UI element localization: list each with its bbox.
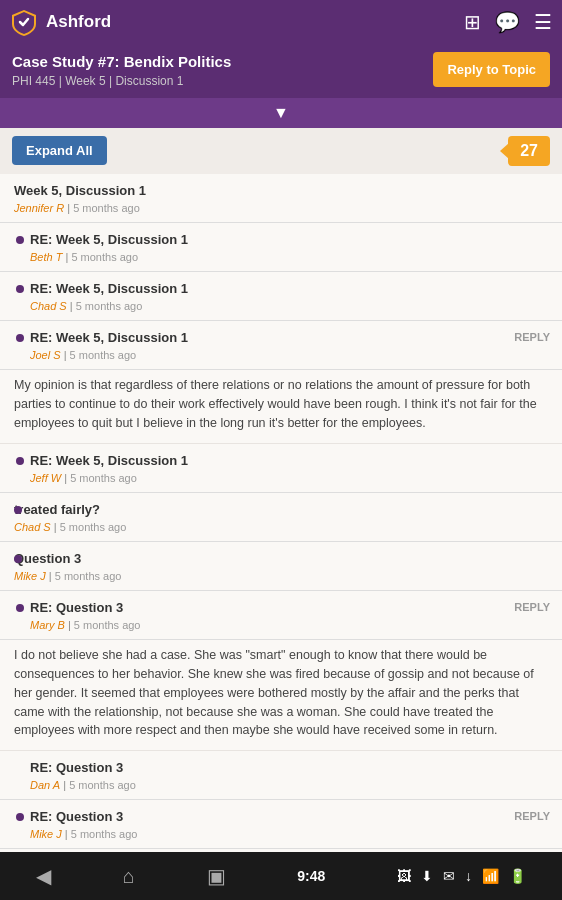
unread-dot [16,604,24,612]
bottom-status-icons: 🖼 ⬇ ✉ ↓ 📶 🔋 [397,868,526,884]
thread-item-inner: REPLYRE: Question 3Mike J | 5 months ago [0,800,562,848]
wifi-icon: 📶 [482,868,499,884]
thread-item-inner: treated fairly?Chad S | 5 months ago [0,493,562,541]
thread-time: 5 months ago [71,828,138,840]
thread-time: 5 months ago [76,300,143,312]
thread-meta: Mike J | 5 months ago [30,828,550,840]
unread-dot [14,506,22,514]
unread-dot [16,813,24,821]
thread-item-inner: RE: Week 5, Discussion 1Beth T | 5 month… [0,223,562,271]
thread-title: RE: Week 5, Discussion 1 [30,231,550,249]
thread-meta: Mike J | 5 months ago [14,570,550,582]
bottom-bar: ◀ ⌂ ▣ 9:48 🖼 ⬇ ✉ ↓ 📶 🔋 [0,852,562,900]
chat-icon[interactable]: 💬 [495,10,520,34]
page-header: Case Study #7: Bendix Politics PHI 445 |… [0,44,562,98]
download-icon: ⬇ [421,868,433,884]
thread-time: 5 months ago [55,570,122,582]
reply-link[interactable]: REPLY [514,601,550,613]
thread-author: Jeff W [30,472,61,484]
list-item[interactable]: Question 3Mike J | 5 months ago [0,542,562,591]
thread-meta: Mary B | 5 months ago [30,619,550,631]
thread-item-inner: RE: Week 5, Discussion 1Jeff W | 5 month… [0,444,562,492]
thread-meta: Chad S | 5 months ago [14,521,550,533]
comment-count-badge: 27 [508,136,550,166]
collapse-arrow-icon: ▼ [273,104,289,122]
thread-author: Mary B [30,619,65,631]
unread-dot [16,285,24,293]
thread-author: Jennifer R [14,202,64,214]
thread-title: RE: Week 5, Discussion 1 [30,329,550,347]
top-bar: Ashford ⊞ 💬 ☰ [0,0,562,44]
menu-icon[interactable]: ☰ [534,10,552,34]
thread-body: My opinion is that regardless of there r… [0,370,562,443]
thread-title: RE: Week 5, Discussion 1 [30,280,550,298]
toolbar: Expand All 27 [0,128,562,174]
page-subtitle: PHI 445 | Week 5 | Discussion 1 [12,74,423,88]
discussion-list: Week 5, Discussion 1Jennifer R | 5 month… [0,174,562,901]
thread-author: Dan A [30,779,60,791]
reply-link[interactable]: REPLY [514,331,550,343]
thread-time: 5 months ago [70,349,137,361]
thread-title: Question 3 [14,550,550,568]
collapse-bar[interactable]: ▼ [0,98,562,128]
thread-title: treated fairly? [14,501,550,519]
thread-item-inner: Week 5, Discussion 1Jennifer R | 5 month… [0,174,562,222]
thread-item-inner: REPLYRE: Week 5, Discussion 1Joel S | 5 … [0,321,562,369]
email-icon: ✉ [443,868,455,884]
thread-meta: Dan A | 5 months ago [30,779,550,791]
list-item[interactable]: RE: Question 3Dan A | 5 months ago [0,751,562,800]
list-item[interactable]: RE: Week 5, Discussion 1Chad S | 5 month… [0,272,562,321]
thread-time: 5 months ago [71,251,138,263]
thread-meta: Chad S | 5 months ago [30,300,550,312]
clock: 9:48 [297,868,325,884]
battery-icon: 🔋 [509,868,526,884]
thread-item-inner: RE: Week 5, Discussion 1Chad S | 5 month… [0,272,562,320]
comment-count: 27 [520,142,538,159]
thread-title: RE: Question 3 [30,599,550,617]
thread-author: Chad S [30,300,67,312]
thread-body: I do not believe she had a case. She was… [0,640,562,751]
back-icon[interactable]: ◀ [36,864,51,888]
thread-meta: Joel S | 5 months ago [30,349,550,361]
unread-dot [16,236,24,244]
thread-meta: Jeff W | 5 months ago [30,472,550,484]
reply-to-topic-button[interactable]: Reply to Topic [433,52,550,87]
thread-time: 5 months ago [73,202,140,214]
list-item[interactable]: RE: Week 5, Discussion 1Beth T | 5 month… [0,223,562,272]
thread-author: Chad S [14,521,51,533]
thread-title: Week 5, Discussion 1 [14,182,550,200]
unread-dot [16,457,24,465]
shield-icon [10,8,38,36]
list-item[interactable]: REPLYRE: Question 3Mike J | 5 months ago [0,800,562,849]
thread-author: Joel S [30,349,61,361]
thread-item-inner: RE: Question 3Dan A | 5 months ago [0,751,562,799]
thread-time: 5 months ago [74,619,141,631]
thread-title: RE: Question 3 [30,808,550,826]
page-header-info: Case Study #7: Bendix Politics PHI 445 |… [12,52,423,88]
grid-icon[interactable]: ⊞ [464,10,481,34]
thread-meta: Jennifer R | 5 months ago [14,202,550,214]
photo-icon: 🖼 [397,868,411,884]
thread-title: RE: Week 5, Discussion 1 [30,452,550,470]
thread-author: Beth T [30,251,62,263]
home-icon[interactable]: ⌂ [123,865,135,888]
app-title: Ashford [46,12,111,32]
list-item[interactable]: REPLYRE: Week 5, Discussion 1Joel S | 5 … [0,321,562,370]
thread-title: RE: Question 3 [30,759,550,777]
list-item[interactable]: treated fairly?Chad S | 5 months ago [0,493,562,542]
thread-author: Mike J [30,828,62,840]
list-item[interactable]: REPLYRE: Question 3Mary B | 5 months ago [0,591,562,640]
list-item[interactable]: Week 5, Discussion 1Jennifer R | 5 month… [0,174,562,223]
thread-time: 5 months ago [70,472,137,484]
page-title: Case Study #7: Bendix Politics [12,52,423,72]
unread-dot [14,555,22,563]
top-bar-icons: ⊞ 💬 ☰ [464,10,552,34]
list-item[interactable]: RE: Week 5, Discussion 1Jeff W | 5 month… [0,444,562,493]
expand-all-button[interactable]: Expand All [12,136,107,165]
recent-apps-icon[interactable]: ▣ [207,864,226,888]
thread-author: Mike J [14,570,46,582]
thread-time: 5 months ago [69,779,136,791]
reply-link[interactable]: REPLY [514,810,550,822]
download2-icon: ↓ [465,868,472,884]
thread-item-inner: Question 3Mike J | 5 months ago [0,542,562,590]
